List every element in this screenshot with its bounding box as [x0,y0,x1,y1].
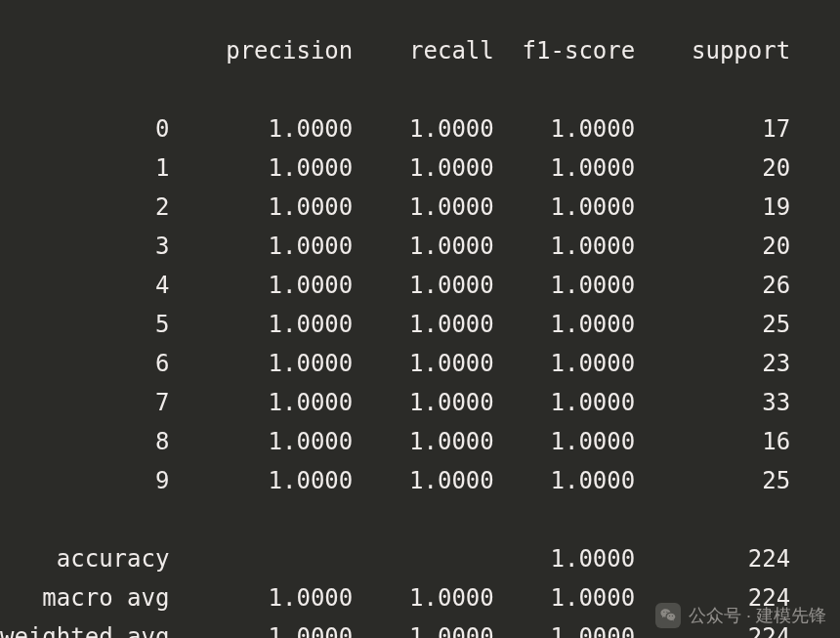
classification-report: precision recall f1-score support 0 1.00… [0,23,840,638]
